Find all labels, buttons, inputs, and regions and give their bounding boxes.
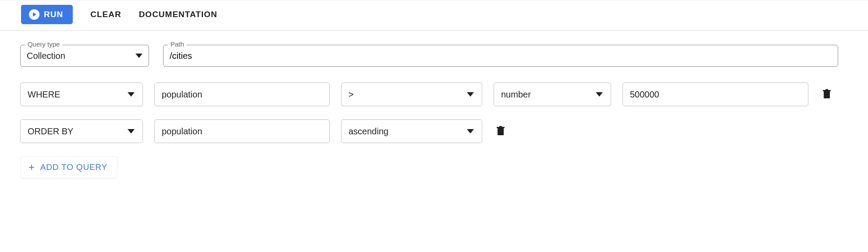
- clause-type-select[interactable]: WHERE: [20, 83, 143, 106]
- svg-marker-9: [467, 129, 474, 133]
- where-value-input[interactable]: [623, 83, 808, 106]
- query-builder: Query type Collection Path WHERE > numbe…: [0, 31, 868, 196]
- toolbar: RUN CLEAR DOCUMENTATION: [0, 0, 868, 31]
- chevron-down-icon: [467, 92, 474, 97]
- trash-icon: [822, 89, 831, 100]
- play-icon: [29, 9, 39, 20]
- orderby-direction-select[interactable]: ascending: [341, 119, 482, 143]
- where-clause-row: WHERE > number: [20, 83, 848, 106]
- svg-marker-3: [467, 92, 474, 97]
- add-to-query-button[interactable]: + ADD TO QUERY: [20, 156, 117, 178]
- where-type-value: number: [501, 90, 531, 100]
- orderby-clause-row: ORDER BY ascending: [20, 119, 848, 143]
- svg-rect-10: [498, 128, 504, 135]
- plus-icon: +: [28, 162, 35, 173]
- chevron-down-icon: [128, 92, 135, 97]
- path-field[interactable]: Path: [163, 45, 838, 67]
- delete-where-button[interactable]: [820, 86, 834, 103]
- svg-marker-0: [33, 12, 36, 17]
- clause-type-value: ORDER BY: [28, 126, 73, 137]
- query-type-label: Query type: [25, 40, 62, 48]
- svg-rect-7: [825, 89, 828, 90]
- svg-rect-5: [824, 91, 830, 98]
- path-input[interactable]: [170, 51, 832, 61]
- path-label: Path: [168, 40, 187, 48]
- chevron-down-icon: [596, 92, 603, 97]
- orderby-direction-value: ascending: [349, 126, 388, 137]
- where-field-input[interactable]: [154, 83, 330, 106]
- svg-marker-8: [128, 129, 135, 133]
- documentation-button[interactable]: DOCUMENTATION: [139, 10, 217, 19]
- chevron-down-icon: [135, 54, 142, 58]
- svg-rect-12: [499, 126, 502, 127]
- query-type-value: Collection: [27, 51, 131, 61]
- svg-marker-2: [128, 92, 135, 97]
- chevron-down-icon: [128, 129, 135, 133]
- orderby-field-input[interactable]: [154, 119, 330, 143]
- trash-icon: [496, 126, 505, 137]
- where-operator-select[interactable]: >: [341, 83, 482, 106]
- where-type-select[interactable]: number: [494, 83, 611, 106]
- run-label: RUN: [44, 10, 63, 19]
- clear-button[interactable]: CLEAR: [90, 10, 121, 19]
- delete-orderby-button[interactable]: [494, 123, 508, 140]
- svg-marker-4: [596, 92, 603, 97]
- clause-type-value: WHERE: [28, 90, 60, 100]
- svg-marker-1: [135, 54, 142, 58]
- add-to-query-label: ADD TO QUERY: [40, 162, 107, 172]
- query-header-row: Query type Collection Path: [20, 45, 848, 67]
- where-operator-value: >: [349, 90, 354, 100]
- run-button[interactable]: RUN: [21, 5, 73, 24]
- chevron-down-icon: [467, 129, 474, 133]
- clause-type-select[interactable]: ORDER BY: [20, 119, 143, 143]
- query-type-select[interactable]: Query type Collection: [20, 45, 149, 67]
